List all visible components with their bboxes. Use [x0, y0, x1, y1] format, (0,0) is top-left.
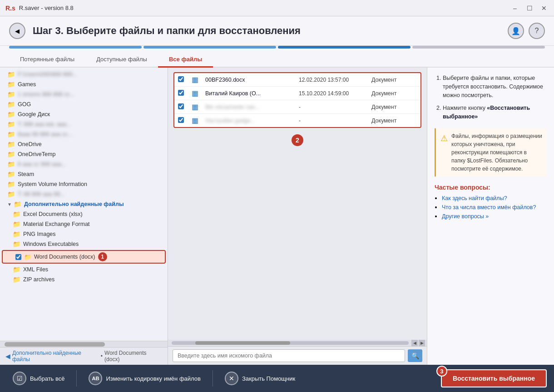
faq-title: Частые вопросы:: [435, 184, 547, 191]
file-name-4: Настройки gadge...: [205, 118, 299, 124]
folder-icon: 📁: [13, 211, 20, 218]
warning-icon: ⚠: [440, 132, 448, 173]
tree-item-googledisk[interactable]: 📁 Google Диск: [0, 109, 168, 119]
tab-all-files[interactable]: Все файлы: [158, 52, 213, 68]
help-button[interactable]: ?: [529, 23, 545, 39]
tree-item-blurred6[interactable]: 📁 T: 88 888 aaa 88...: [0, 189, 168, 199]
encoding-label: Изменить кодировку имён файлов: [106, 375, 200, 382]
tree-item-extra[interactable]: ▼ 📁 Дополнительно найденные файлы: [0, 199, 168, 209]
tree-item-word[interactable]: 📁 Word Documents (docx) 1: [2, 250, 166, 264]
tree-item-winexe[interactable]: 📁 Windows Executables: [0, 239, 168, 249]
close-wizard-button[interactable]: ✕ Закрыть Помощник: [219, 368, 301, 389]
badge-1: 1: [98, 252, 107, 261]
folder-icon: 📁: [13, 220, 20, 228]
tree-item-label: GOG: [18, 101, 31, 108]
file-checkbox-4[interactable]: [178, 117, 192, 124]
footer: ☑ Выбрать всё AB Изменить кодировку имён…: [0, 365, 554, 392]
tree-item-games[interactable]: 📁 Games: [0, 79, 168, 89]
word-label: Word Documents (docx): [34, 254, 95, 260]
tree-item-blurred1[interactable]: 📁 F:\Users\000\888 999...: [0, 69, 168, 79]
faq-item-1[interactable]: Как здесь найти файлы?: [442, 195, 547, 201]
header: ◀ Шаг 3. Выберите файлы и папки для восс…: [0, 16, 554, 46]
table-row[interactable]: ▦ Настройки gadge... - Документ: [174, 114, 420, 127]
file-tree[interactable]: 📁 F:\Users\000\888 999... 📁 Games 📁 1 sm…: [0, 68, 168, 341]
select-all-button[interactable]: ☑ Выбрать всё: [7, 368, 70, 389]
tree-item-label: Windows Executables: [23, 241, 79, 247]
tree-item-excel[interactable]: 📁 Excel Documents (xlsx): [0, 209, 168, 219]
select-all-label: Выбрать всё: [30, 375, 64, 382]
file-checkbox-2[interactable]: [178, 90, 192, 97]
tab-available-files[interactable]: Доступные файлы: [85, 52, 158, 68]
tree-item-blurred3[interactable]: 📁 T: 888 aaa ww. aaa...: [0, 119, 168, 129]
faq-link-3[interactable]: Другие вопросы »: [442, 213, 489, 220]
user-icon: 👤: [511, 27, 520, 35]
table-row[interactable]: ▦ Виталий Каиров (О... 15.10.2020 14:59:…: [174, 87, 420, 100]
step-title: Шаг 3. Выберите файлы и папки для восста…: [33, 25, 508, 37]
file-icon-1: ▦: [192, 75, 205, 84]
tree-item-onedrive[interactable]: 📁 OneDrive: [0, 139, 168, 149]
faq-item-3[interactable]: Другие вопросы »: [442, 213, 547, 220]
word-checkbox[interactable]: [15, 254, 21, 260]
tree-item-sysvolinfo[interactable]: 📁 System Volume Information: [0, 179, 168, 189]
file-checkbox-1[interactable]: [178, 76, 192, 83]
progress-step-4: [412, 46, 545, 49]
scroll-right-arrow[interactable]: ▶: [419, 340, 425, 346]
user-button[interactable]: 👤: [508, 23, 524, 39]
folder-icon: 📁: [7, 151, 15, 158]
tab-lost-files[interactable]: Потерянные файлы: [9, 52, 85, 68]
left-scrollbar-thumb: [5, 342, 105, 347]
tree-item-png[interactable]: 📁 PNG Images: [0, 229, 168, 239]
scroll-left-arrow[interactable]: ◀: [411, 340, 418, 346]
scroll-arrows: ◀ ▶: [411, 340, 425, 346]
tree-item-label: T: 888 aaa ww. aaa...: [18, 121, 71, 127]
tree-item-label: 8 aaa cc 888 aaa...: [18, 161, 66, 167]
folder-icon: 📁: [7, 191, 15, 198]
table-row[interactable]: ▦ Ble olsoamsete nao... - Документ: [174, 100, 420, 114]
faq-item-2[interactable]: Что за числа вместо имён файлов?: [442, 204, 547, 211]
table-row[interactable]: ▦ 00BF2360.docx 12.02.2020 13:57:00 Доку…: [174, 73, 420, 87]
tree-item-zip[interactable]: 📁 ZIP archives: [0, 274, 168, 284]
tree-item-blurred2[interactable]: 📁 1 smsms 888 888 cc...: [0, 89, 168, 99]
maximize-button[interactable]: ☐: [525, 5, 534, 12]
breadcrumb-arrow: ◀: [5, 353, 10, 360]
folder-icon: 📁: [7, 121, 15, 128]
tree-item-label: 1 smsms 888 888 cc...: [18, 91, 74, 98]
right-panel: Выберите файлы и папки, которые требуетс…: [427, 68, 554, 365]
faq-link-1[interactable]: Как здесь найти файлы?: [442, 195, 507, 201]
file-checkbox-3[interactable]: [178, 103, 192, 111]
left-scrollbar[interactable]: [0, 341, 168, 347]
tree-item-steam[interactable]: 📁 Steam: [0, 169, 168, 179]
folder-icon: 📁: [13, 230, 20, 238]
restore-bold: «Восстановить выбранное»: [443, 105, 530, 120]
folder-icon: 📁: [7, 141, 15, 148]
app-logo: R.s: [5, 5, 15, 12]
close-button[interactable]: ✕: [539, 5, 549, 12]
tree-item-label: Material Exchange Format: [23, 221, 90, 227]
progress-area: [0, 46, 554, 52]
tree-item-onedrivetemp[interactable]: 📁 OneDriveTemp: [0, 149, 168, 159]
progress-step-1: [9, 46, 142, 49]
back-button[interactable]: ◀: [9, 23, 25, 39]
app-title: R.saver - version 8.8: [19, 5, 510, 11]
restore-button[interactable]: 3 Восстановить выбранное: [441, 369, 547, 387]
breadcrumb: ◀ Дополнительно найденные файлы • Word D…: [0, 347, 168, 365]
tree-item-blurred5[interactable]: 📁 8 aaa cc 888 aaa...: [0, 159, 168, 169]
encoding-icon: AB: [89, 372, 102, 385]
progress-step-2: [143, 46, 276, 49]
tree-item-blurred4[interactable]: 📁 8aaa 99 888 aaa cc...: [0, 129, 168, 139]
horizontal-scrollbar[interactable]: ◀ ▶: [168, 340, 427, 346]
faq-list: Как здесь найти файлы? Что за числа вмес…: [435, 195, 547, 220]
progress-step-3: [278, 46, 411, 49]
help-icon: ?: [535, 27, 539, 35]
tree-item-xml[interactable]: 📁 XML Files: [0, 265, 168, 274]
tree-item-mef[interactable]: 📁 Material Exchange Format: [0, 219, 168, 229]
search-button[interactable]: 🔍: [408, 349, 422, 362]
file-type-2: Документ: [371, 90, 417, 97]
breadcrumb-path1[interactable]: Дополнительно найденные файлы: [12, 350, 99, 363]
search-input[interactable]: [173, 349, 405, 362]
folder-icon: 📁: [13, 240, 20, 248]
faq-link-2[interactable]: Что за числа вместо имён файлов?: [442, 204, 536, 211]
tree-item-gog[interactable]: 📁 GOG: [0, 99, 168, 109]
minimize-button[interactable]: –: [510, 5, 519, 12]
encoding-button[interactable]: AB Изменить кодировку имён файлов: [83, 368, 206, 389]
